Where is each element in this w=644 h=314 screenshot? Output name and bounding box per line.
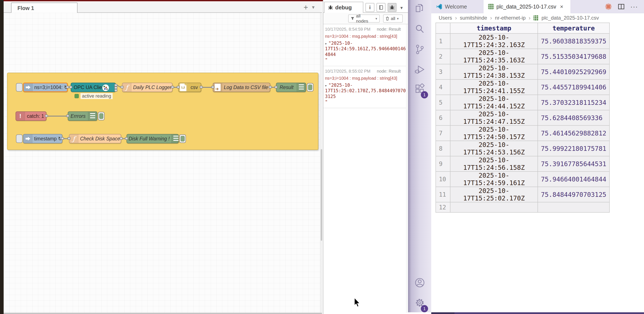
cell-timestamp[interactable]: 2025-10-17T15:25:02.170Z — [450, 187, 538, 202]
breadcrumb-item[interactable]: sumitshinde — [460, 15, 487, 21]
column-header-temperature[interactable]: temperature — [538, 23, 610, 34]
row-number[interactable]: 1 — [436, 34, 450, 49]
starburst-icon[interactable] — [605, 3, 612, 10]
help-tab-button[interactable] — [376, 3, 386, 12]
debug-scrollbar[interactable] — [406, 24, 408, 313]
input-port[interactable] — [274, 86, 278, 88]
cell-temperature[interactable]: 75.99922180175781 — [538, 141, 610, 156]
add-flow-button[interactable]: + — [301, 3, 310, 12]
tab-welcome[interactable]: Welcome — [431, 0, 484, 13]
function-node-check-disk[interactable]: ƒ Check Disk Space — [69, 134, 121, 143]
breadcrumb-item[interactable]: nr-ethernet-ip — [495, 15, 526, 21]
row-number[interactable]: 11 — [436, 187, 450, 202]
debug-toggle-button[interactable] — [179, 134, 186, 143]
debug-node-result[interactable]: Result — [276, 83, 306, 92]
cell-timestamp[interactable] — [450, 202, 538, 212]
cell-timestamp[interactable]: 2025-10-17T15:24:41.155Z — [450, 80, 538, 95]
tab-csv-file[interactable]: plc_data_2025-10-17.csv × — [484, 0, 571, 13]
input-port[interactable] — [120, 86, 124, 88]
cell-temperature[interactable]: 75.46145629882812 — [538, 126, 610, 141]
input-port[interactable] — [211, 86, 214, 88]
cell-temperature[interactable]: 75.44010925292969 — [538, 64, 610, 80]
canvas-scrollbar[interactable] — [320, 13, 322, 313]
output-port[interactable] — [61, 137, 64, 140]
input-port[interactable] — [177, 86, 180, 88]
search-icon[interactable] — [414, 24, 425, 34]
cell-timestamp[interactable]: 2025-10-17T15:24:35.163Z — [450, 49, 538, 64]
debug-toggle-button[interactable] — [98, 112, 104, 120]
cell-temperature[interactable]: 75.51535034179688 — [538, 49, 610, 64]
input-port[interactable] — [66, 114, 69, 117]
cell-temperature[interactable] — [538, 202, 610, 212]
row-number[interactable]: 2 — [436, 49, 450, 64]
cell-timestamp[interactable]: 2025-10-17T15:24:53.156Z — [450, 141, 538, 156]
close-tab-icon[interactable]: × — [560, 4, 563, 10]
inject-trigger-button[interactable] — [16, 83, 22, 92]
cell-temperature[interactable]: 75.84844970703125 — [538, 187, 610, 202]
output-port[interactable] — [200, 86, 203, 88]
inject-trigger-button[interactable] — [16, 134, 22, 143]
csv-parser-node[interactable]: 1,2 csv — [178, 83, 201, 92]
cell-timestamp[interactable]: 2025-10-17T15:24:47.155Z — [450, 110, 538, 126]
row-number[interactable]: 5 — [436, 95, 450, 110]
output-port[interactable] — [114, 89, 117, 92]
function-node-daily-plc-logger[interactable]: ƒ Daily PLC Logger — [122, 83, 172, 92]
cell-temperature[interactable]: 75.44557189941406 — [538, 80, 610, 95]
opcua-client-node[interactable]: OPC UA Client — [71, 83, 116, 92]
cell-temperature[interactable]: 75.39167785644531 — [538, 156, 610, 172]
flow-tab[interactable]: Flow 1 — [11, 2, 78, 13]
cell-timestamp[interactable]: 2025-10-17T15:24:38.153Z — [450, 64, 538, 80]
clear-messages-button[interactable]: all ▾ — [383, 14, 403, 22]
cell-timestamp[interactable]: 2025-10-17T15:24:59.161Z — [450, 172, 538, 187]
row-number[interactable]: 4 — [436, 80, 450, 95]
sidebar-menu-caret-icon[interactable]: ▾ — [400, 5, 403, 11]
output-port[interactable] — [269, 86, 272, 88]
file-out-node[interactable]: ➜ Log Data to CSV file — [213, 83, 270, 92]
output-port[interactable] — [171, 86, 174, 88]
cell-temperature[interactable]: 75.94664001464844 — [538, 172, 610, 187]
expand-arrow-icon[interactable]: ▸ — [325, 41, 327, 46]
inject-node-plc[interactable]: ns=3;i=1004: ↻ — [23, 83, 68, 92]
output-port[interactable] — [114, 84, 117, 86]
cell-temperature[interactable]: 75.96038818359375 — [538, 34, 610, 49]
flow-list-caret-icon[interactable]: ▾ — [312, 4, 314, 10]
row-number[interactable]: 10 — [436, 172, 450, 187]
explorer-icon[interactable] — [414, 3, 425, 14]
input-port[interactable] — [68, 137, 70, 140]
account-icon[interactable] — [414, 277, 425, 288]
filter-nodes-button[interactable]: all nodes ▾ — [348, 14, 380, 22]
cell-timestamp[interactable]: 2025-10-17T15:24:32.163Z — [450, 34, 538, 49]
row-number[interactable]: 7 — [436, 126, 450, 141]
column-header-timestamp[interactable]: timestamp — [450, 23, 538, 34]
catch-node[interactable]: ! catch: 1 — [16, 112, 46, 121]
info-tab-button[interactable]: i — [366, 3, 374, 12]
breadcrumb-item[interactable]: plc_data_2025-10-17.csv — [542, 15, 599, 21]
row-number[interactable]: 8 — [436, 141, 450, 156]
output-port[interactable] — [45, 114, 48, 117]
debug-tab[interactable]: debug — [324, 2, 363, 13]
input-port[interactable] — [69, 86, 72, 88]
cell-timestamp[interactable]: 2025-10-17T15:24:56.158Z — [450, 156, 538, 172]
row-number[interactable]: 3 — [436, 64, 450, 80]
cell-temperature[interactable]: 75.37032318115234 — [538, 95, 610, 110]
debug-node-errors[interactable]: Errrors — [68, 112, 97, 121]
flow-canvas[interactable]: ns=3;i=1004: ↻ OPC UA Client ƒ — [4, 13, 320, 313]
output-port[interactable] — [120, 137, 123, 140]
inject-node-timestamp[interactable]: timestamp ↻ — [23, 134, 62, 143]
row-number[interactable]: 12 — [436, 202, 450, 212]
split-editor-icon[interactable] — [618, 4, 624, 9]
scrollbar-thumb[interactable] — [321, 149, 322, 241]
more-actions-icon[interactable]: ··· — [630, 3, 638, 10]
expand-arrow-icon[interactable]: ▸ — [325, 83, 327, 88]
cell-temperature[interactable]: 75.6284408569336 — [538, 110, 610, 126]
cell-timestamp[interactable]: 2025-10-17T15:24:44.152Z — [450, 95, 538, 110]
debug-node-disk-warning[interactable]: Disk Full Warning ! — [126, 134, 179, 143]
row-number[interactable]: 9 — [436, 156, 450, 172]
row-number[interactable]: 6 — [436, 110, 450, 126]
output-port[interactable] — [66, 86, 69, 88]
input-port[interactable] — [125, 137, 128, 140]
source-control-icon[interactable] — [414, 44, 425, 55]
breadcrumb-item[interactable]: Users — [439, 15, 452, 21]
debug-messages-tab-button[interactable] — [388, 3, 396, 12]
run-debug-icon[interactable] — [414, 64, 425, 75]
